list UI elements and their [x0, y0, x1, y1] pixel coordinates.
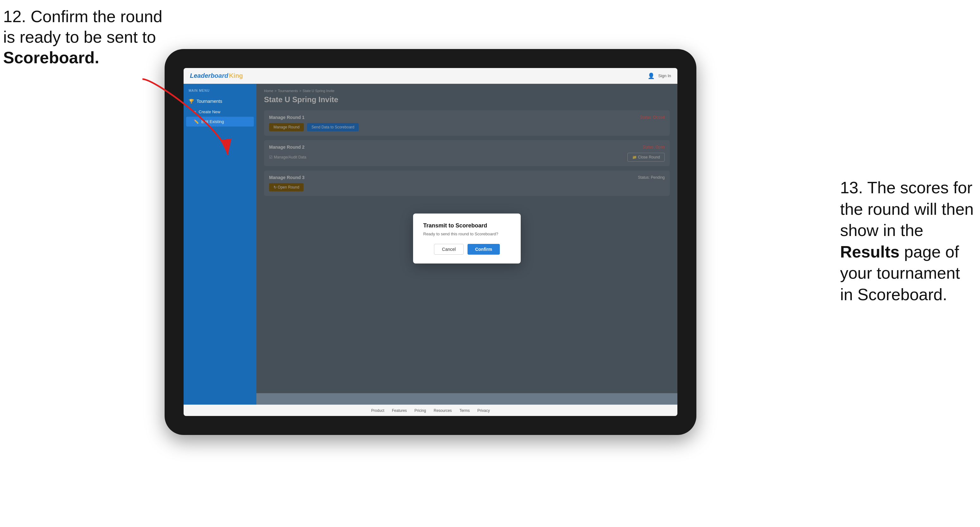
annotation-right-line2: the round will then [840, 200, 974, 218]
annotation-line2: is ready to be sent to [3, 28, 156, 46]
sidebar-item-create-new[interactable]: + Create New [184, 107, 256, 117]
modal-subtitle: Ready to send this round to Scoreboard? [423, 232, 511, 236]
annotation-top-left: 12. Confirm the round is ready to be sen… [3, 6, 162, 68]
footer-privacy[interactable]: Privacy [477, 408, 490, 413]
main-menu-label: MAIN MENU [184, 89, 256, 95]
annotation-right-line6: in Scoreboard. [840, 285, 947, 304]
logo-king: King [229, 72, 243, 79]
footer-product[interactable]: Product [371, 408, 384, 413]
modal-buttons: Cancel Confirm [423, 244, 511, 255]
tablet-frame: Leaderboard King 👤 Sign In MAIN MENU 🏆 T… [165, 49, 696, 435]
user-icon: 👤 [648, 73, 655, 79]
modal-cancel-button[interactable]: Cancel [434, 244, 464, 255]
annotation-line1: 12. Confirm the round [3, 7, 162, 25]
annotation-right-line4-rest: page of [900, 243, 959, 261]
plus-icon: + [194, 110, 196, 114]
annotation-line3-bold: Scoreboard. [3, 48, 99, 67]
page-content: Home > Tournaments > State U Spring Invi… [256, 84, 678, 405]
top-nav: Leaderboard King 👤 Sign In [184, 68, 678, 84]
modal-confirm-button[interactable]: Confirm [468, 244, 500, 255]
annotation-right-line1: 13. The scores for [840, 178, 972, 197]
sign-in-label: Sign In [659, 73, 671, 78]
nav-right: 👤 Sign In [648, 73, 671, 79]
modal-title: Transmit to Scoreboard [423, 222, 511, 229]
edit-icon: ✏️ [194, 119, 199, 124]
modal-overlay: Transmit to Scoreboard Ready to send thi… [256, 84, 678, 393]
sidebar-item-tournaments[interactable]: 🏆 Tournaments [184, 95, 256, 107]
footer-pricing[interactable]: Pricing [414, 408, 426, 413]
transmit-modal: Transmit to Scoreboard Ready to send thi… [413, 214, 521, 264]
trophy-icon: 🏆 [189, 99, 194, 104]
logo-leaderboard: Leaderboard [190, 72, 228, 79]
tablet-screen: Leaderboard King 👤 Sign In MAIN MENU 🏆 T… [184, 68, 678, 416]
annotation-right-results: Results [840, 243, 900, 261]
annotation-right: 13. The scores for the round will then s… [840, 177, 974, 306]
sidebar-edit-existing-label: Edit Existing [201, 119, 224, 124]
sidebar: MAIN MENU 🏆 Tournaments + Create New ✏️ … [184, 84, 256, 405]
footer: Product Features Pricing Resources Terms… [184, 405, 678, 416]
footer-resources[interactable]: Resources [434, 408, 452, 413]
main-content: MAIN MENU 🏆 Tournaments + Create New ✏️ … [184, 84, 678, 405]
annotation-right-line3: show in the [840, 221, 923, 240]
sidebar-item-edit-existing[interactable]: ✏️ Edit Existing [186, 117, 254, 127]
logo: Leaderboard King [190, 72, 243, 79]
sidebar-create-new-label: Create New [199, 110, 221, 114]
sidebar-tournaments-label: Tournaments [197, 99, 222, 104]
footer-features[interactable]: Features [392, 408, 407, 413]
annotation-right-line5: your tournament [840, 264, 960, 282]
footer-terms[interactable]: Terms [459, 408, 470, 413]
sign-in-button[interactable]: Sign In [659, 73, 671, 78]
